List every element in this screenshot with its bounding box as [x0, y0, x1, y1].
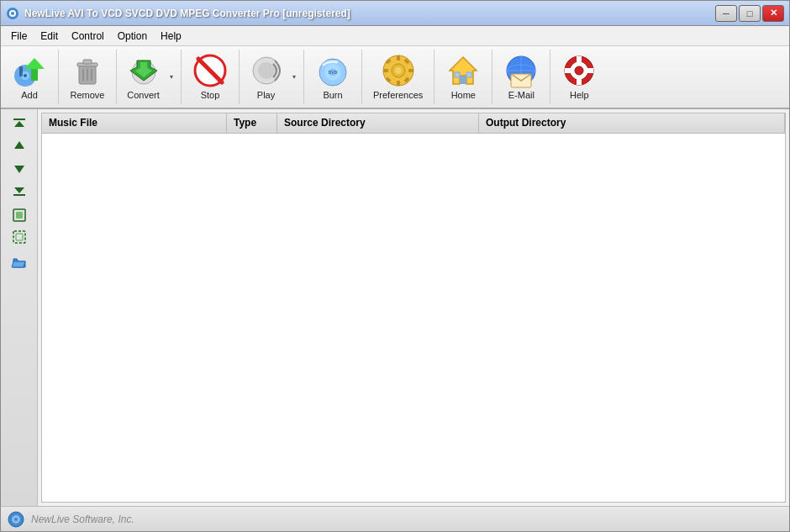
play-label: Play	[257, 90, 275, 100]
toolbar-group-add: Add	[4, 50, 59, 104]
move-top-button[interactable]	[8, 114, 31, 134]
move-up-button[interactable]	[8, 136, 31, 156]
svg-rect-54	[577, 56, 582, 63]
file-list-header: Music File Type Source Directory Output …	[42, 113, 785, 134]
stop-button[interactable]: Stop	[185, 50, 235, 104]
menu-file[interactable]: File	[4, 29, 34, 44]
move-down-button[interactable]	[8, 158, 31, 178]
burn-button[interactable]: DVD Burn	[308, 50, 358, 104]
remove-icon	[71, 54, 104, 87]
convert-split: Convert ▾	[120, 50, 177, 104]
play-split: Play ▾	[243, 50, 300, 104]
main-content: Music File Type Source Directory Output …	[1, 109, 789, 506]
close-button[interactable]: ✕	[762, 5, 784, 22]
status-bar: NewLive Software, Inc.	[1, 506, 789, 531]
menu-edit[interactable]: Edit	[34, 29, 65, 44]
title-bar-buttons: ─ □ ✕	[715, 5, 784, 22]
add-label: Add	[21, 90, 38, 100]
svg-marker-60	[14, 187, 24, 193]
play-icon	[250, 54, 283, 87]
svg-marker-59	[14, 166, 24, 173]
status-text: NewLive Software, Inc.	[31, 514, 134, 525]
col-header-music-file: Music File	[42, 113, 227, 133]
remove-label: Remove	[71, 90, 105, 100]
remove-button[interactable]: Remove	[62, 50, 113, 104]
svg-marker-8	[24, 58, 45, 69]
svg-rect-33	[408, 69, 413, 72]
svg-rect-30	[397, 55, 400, 61]
main-window: NewLive AVI To VCD SVCD DVD MPEG Convert…	[0, 0, 790, 532]
svg-point-68	[14, 518, 18, 521]
convert-dropdown-arrow[interactable]: ▾	[166, 50, 177, 104]
status-icon	[8, 511, 24, 528]
menu-bar: File Edit Control Option Help	[1, 26, 789, 46]
add-button[interactable]: Add	[4, 50, 55, 104]
home-icon	[446, 54, 480, 87]
toolbar-group-remove: Remove	[62, 50, 117, 104]
svg-rect-55	[577, 78, 582, 85]
toolbar-group-convert: Convert ▾	[120, 50, 182, 104]
toolbar-group-stop: Stop	[185, 50, 240, 104]
toolbar-group-burn: DVD Burn	[308, 50, 362, 104]
toolbar: Add Remove	[1, 46, 789, 109]
convert-icon	[127, 54, 161, 87]
svg-rect-53	[587, 68, 593, 73]
home-button[interactable]: Home	[438, 50, 488, 104]
file-list-area: Music File Type Source Directory Output …	[41, 113, 786, 503]
open-folder-button[interactable]	[8, 252, 31, 272]
preferences-icon	[382, 54, 415, 87]
move-bottom-button[interactable]	[8, 180, 31, 200]
play-dropdown-arrow[interactable]: ▾	[288, 50, 300, 104]
convert-button[interactable]: Convert	[120, 50, 166, 104]
svg-rect-11	[83, 60, 92, 64]
email-button[interactable]: E-Mail	[496, 50, 546, 104]
svg-rect-32	[383, 69, 388, 72]
toolbar-group-help: Help	[554, 50, 608, 104]
svg-point-5	[24, 74, 27, 77]
svg-rect-31	[397, 81, 400, 86]
window-title: NewLive AVI To VCD SVCD DVD MPEG Convert…	[24, 8, 350, 19]
title-bar: NewLive AVI To VCD SVCD DVD MPEG Convert…	[1, 1, 789, 26]
burn-label: Burn	[323, 90, 342, 100]
menu-control[interactable]: Control	[65, 29, 111, 44]
title-bar-left: NewLive AVI To VCD SVCD DVD MPEG Convert…	[6, 7, 350, 20]
toolbar-group-home: Home	[438, 50, 492, 104]
menu-option[interactable]: Option	[111, 29, 154, 44]
svg-rect-63	[16, 212, 23, 219]
svg-rect-6	[19, 66, 23, 76]
side-toolbar	[1, 109, 38, 506]
svg-rect-41	[460, 76, 466, 84]
svg-point-2	[11, 12, 14, 15]
col-header-output-dir: Output Directory	[479, 113, 785, 133]
select-all-button[interactable]	[8, 205, 31, 225]
app-title-icon	[6, 7, 19, 20]
toolbar-group-preferences: Preferences	[366, 50, 434, 104]
svg-rect-64	[13, 231, 25, 243]
preferences-button[interactable]: Preferences	[366, 50, 430, 104]
toolbar-group-play: Play ▾	[243, 50, 304, 104]
svg-rect-65	[16, 234, 23, 240]
svg-point-23	[258, 62, 275, 79]
maximize-button[interactable]: □	[739, 5, 761, 22]
menu-help[interactable]: Help	[154, 29, 188, 44]
help-label: Help	[570, 90, 589, 100]
svg-marker-58	[14, 141, 24, 149]
col-header-type: Type	[227, 113, 277, 133]
deselect-button[interactable]	[8, 227, 31, 247]
email-icon	[504, 54, 538, 87]
minimize-button[interactable]: ─	[715, 5, 737, 22]
svg-rect-52	[565, 68, 571, 73]
toolbar-group-email: E-Mail	[496, 50, 550, 104]
svg-marker-57	[14, 121, 24, 127]
stop-icon	[193, 54, 227, 87]
stop-label: Stop	[201, 90, 220, 100]
burn-icon: DVD	[316, 54, 350, 87]
help-button[interactable]: Help	[554, 50, 604, 104]
col-header-source-dir: Source Directory	[277, 113, 479, 133]
file-list-body	[42, 134, 785, 502]
play-button[interactable]: Play	[243, 50, 288, 104]
add-icon	[13, 54, 46, 87]
preferences-label: Preferences	[373, 90, 423, 100]
svg-rect-42	[455, 72, 460, 77]
home-label: Home	[451, 90, 476, 100]
